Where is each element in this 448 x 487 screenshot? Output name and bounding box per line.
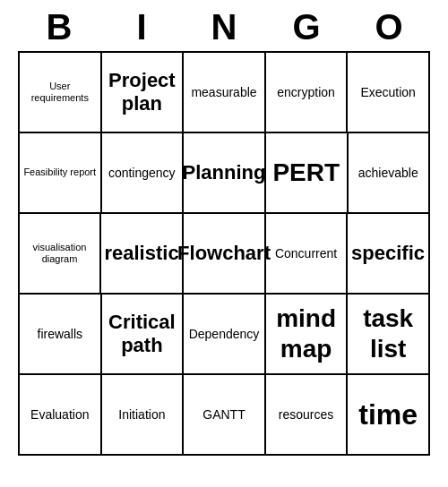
cell-text-3-2: Dependency: [189, 327, 260, 342]
cell-2-3: Concurrent: [266, 214, 348, 295]
cell-4-0: Evaluation: [20, 375, 102, 456]
cell-text-0-4: Execution: [360, 85, 415, 100]
cell-0-4: Execution: [348, 53, 430, 133]
cell-3-0: firewalls: [20, 295, 102, 375]
bingo-title: B I N G O: [18, 0, 430, 51]
cell-text-2-2: Flowchart: [177, 242, 271, 265]
cell-text-1-3: PERT: [272, 158, 340, 188]
cell-2-1: realistic: [101, 214, 184, 295]
cell-1-4: achievable: [349, 133, 431, 214]
cell-4-1: Initiation: [102, 375, 185, 456]
cell-1-2: Planning: [184, 133, 266, 214]
cell-text-1-4: achievable: [358, 166, 418, 181]
cell-text-0-2: measurable: [191, 85, 256, 100]
grid-row-4: EvaluationInitiationGANTTresourcestime: [20, 375, 430, 456]
cell-text-4-4: time: [358, 397, 418, 431]
cell-3-3: mind map: [266, 295, 349, 375]
cell-text-3-4: task list: [351, 303, 425, 363]
cell-text-3-0: firewalls: [38, 327, 83, 342]
cell-text-1-2: Planning: [183, 161, 266, 184]
cell-4-3: resources: [266, 375, 349, 456]
cell-text-3-1: Critical path: [106, 311, 179, 358]
grid-row-3: firewallsCritical pathDependencymind map…: [20, 295, 430, 375]
title-letter-n: N: [188, 7, 260, 47]
cell-text-2-1: realistic: [104, 242, 178, 265]
title-letter-g: G: [271, 7, 342, 47]
cell-text-4-1: Initiation: [118, 407, 165, 423]
cell-2-0: visualisation diagram: [20, 214, 101, 295]
cell-1-0: Feasibility report: [20, 133, 102, 214]
title-letter-i: I: [106, 7, 177, 47]
cell-4-2: GANTT: [184, 375, 266, 456]
grid-row-0: User requirementsProject planmeasurablee…: [20, 53, 430, 133]
cell-3-1: Critical path: [102, 295, 185, 375]
cell-text-0-0: User requirements: [23, 81, 97, 104]
cell-4-4: time: [348, 375, 430, 456]
bingo-grid: User requirementsProject planmeasurablee…: [18, 51, 430, 456]
cell-text-0-1: Project plan: [106, 69, 179, 116]
cell-text-2-3: Concurrent: [275, 246, 337, 261]
cell-text-2-0: visualisation diagram: [23, 242, 96, 265]
cell-text-3-3: mind map: [270, 303, 343, 363]
cell-text-4-2: GANTT: [202, 407, 245, 423]
grid-row-1: Feasibility reportcontingencyPlanningPER…: [20, 133, 430, 214]
cell-text-1-1: contingency: [108, 166, 176, 181]
cell-text-0-3: encryption: [277, 85, 335, 100]
title-letter-b: B: [23, 7, 95, 47]
cell-2-4: specific: [348, 214, 430, 295]
cell-0-1: Project plan: [102, 53, 185, 133]
cell-text-1-0: Feasibility report: [23, 167, 96, 178]
cell-text-4-3: resources: [279, 407, 333, 423]
cell-1-1: contingency: [102, 133, 185, 214]
grid-row-2: visualisation diagramrealisticFlowchartC…: [20, 214, 430, 295]
cell-3-4: task list: [348, 295, 430, 375]
cell-0-0: User requirements: [20, 53, 102, 133]
title-letter-o: O: [353, 7, 425, 47]
cell-text-4-0: Evaluation: [30, 407, 89, 423]
cell-1-3: PERT: [266, 133, 349, 214]
cell-text-2-4: specific: [351, 242, 425, 265]
cell-0-3: encryption: [266, 53, 349, 133]
cell-3-2: Dependency: [184, 295, 266, 375]
cell-2-2: Flowchart: [184, 214, 266, 295]
cell-0-2: measurable: [184, 53, 266, 133]
